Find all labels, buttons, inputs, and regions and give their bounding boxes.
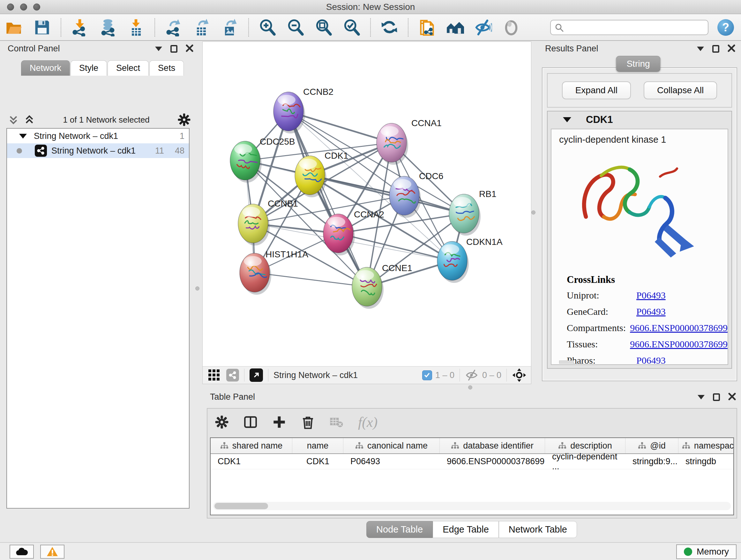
left-splitter-handle[interactable] — [195, 287, 199, 291]
network-edge-CCNB2-CCNE1[interactable] — [288, 111, 367, 287]
network-node-HIST1H1A[interactable]: HIST1H1A — [240, 249, 308, 295]
collapse-all-icon[interactable] — [8, 114, 19, 125]
table-tab-edge-table[interactable]: Edge Table — [433, 521, 499, 538]
zoom-fit-button[interactable] — [313, 17, 334, 38]
control-panel-tab-select[interactable]: Select — [108, 60, 149, 76]
horizontal-splitter-handle[interactable] — [468, 385, 472, 389]
show-columns-icon[interactable] — [243, 415, 258, 429]
table-tab-node-table[interactable]: Node Table — [366, 521, 433, 538]
gene-section-header[interactable]: CDK1 — [548, 111, 731, 128]
right-splitter-handle[interactable] — [531, 210, 536, 214]
crosslink-link[interactable]: 9606.ENSP00000378699 — [630, 339, 728, 350]
table-cell[interactable]: stringdb — [678, 454, 734, 469]
panel-float-icon[interactable] — [712, 45, 719, 53]
network-node-CDKN1A[interactable]: CDKN1A — [437, 237, 502, 283]
table-cell[interactable]: stringdb:9... — [625, 454, 678, 469]
search-input[interactable] — [550, 20, 709, 35]
export-table-button[interactable] — [191, 17, 212, 38]
zoom-in-button[interactable] — [257, 17, 278, 38]
column-header-databaseidentifier[interactable]: database identifier — [440, 438, 545, 453]
table-horizontal-scrollbar[interactable] — [213, 502, 731, 510]
table-cell[interactable]: CDK1 — [292, 454, 343, 469]
network-node-CDK1[interactable]: CDK1 — [295, 151, 348, 197]
detach-view-icon[interactable] — [250, 368, 263, 382]
column-header-name[interactable]: name — [292, 438, 343, 453]
memory-button[interactable]: Memory — [676, 544, 737, 559]
results-scrollbar-thumb[interactable] — [559, 361, 574, 364]
network-row-selected[interactable]: String Network – cdk1 11 48 — [7, 143, 189, 158]
column-header-namespace[interactable]: namespace — [678, 438, 734, 453]
hide-selected-button[interactable] — [473, 17, 494, 38]
network-options-gear-icon[interactable] — [178, 113, 191, 126]
add-column-icon[interactable] — [272, 415, 286, 429]
network-node-CCNB2[interactable]: CCNB2 — [273, 87, 333, 133]
table-row[interactable]: CDK1CDK1P064939606.ENSP00000378699cyclin… — [211, 454, 733, 469]
collapse-all-button[interactable]: Collapse All — [644, 81, 717, 99]
scrollbar-thumb[interactable] — [214, 503, 268, 509]
control-panel-tab-sets[interactable]: Sets — [149, 60, 184, 76]
import-network-from-database-button[interactable] — [97, 17, 118, 38]
panel-close-icon[interactable] — [728, 44, 735, 53]
save-session-button[interactable] — [31, 17, 53, 38]
zoom-out-button[interactable] — [285, 17, 306, 38]
table-cell[interactable]: cyclin-dependent ... — [545, 454, 625, 469]
delete-column-icon[interactable] — [300, 415, 315, 429]
panel-close-icon[interactable] — [186, 44, 193, 53]
control-panel-tab-style[interactable]: Style — [71, 60, 107, 76]
grid-view-icon[interactable] — [208, 369, 220, 381]
control-panel-tab-network[interactable]: Network — [21, 60, 70, 76]
expand-collapse-up-icon[interactable] — [23, 114, 35, 125]
collection-expanded-caret-icon[interactable] — [19, 134, 27, 138]
warnings-button[interactable] — [40, 545, 64, 559]
export-image-button[interactable] — [219, 17, 240, 38]
network-node-CCNA2[interactable]: CCNA2 — [323, 209, 384, 255]
panel-menu-icon[interactable] — [697, 47, 704, 51]
table-settings-gear-icon[interactable] — [214, 415, 229, 429]
import-table-button[interactable] — [125, 17, 146, 38]
network-canvas-svg[interactable]: CCNB2CCNA1CDC25BCDK1CDC6RB1CCNB1CCNA2CDK… — [203, 42, 531, 366]
show-graphics-button[interactable] — [501, 17, 522, 38]
import-network-button[interactable] — [69, 17, 90, 38]
network-node-CDC6[interactable]: CDC6 — [389, 171, 443, 218]
network-node-CCNA1[interactable]: CCNA1 — [377, 118, 442, 165]
table-cell[interactable]: 9606.ENSP00000378699 — [440, 454, 545, 469]
expand-all-button[interactable]: Expand All — [562, 81, 631, 99]
network-canvas[interactable]: CCNB2CCNA1CDC25BCDK1CDC6RB1CCNB1CCNA2CDK… — [203, 42, 531, 366]
refresh-button[interactable] — [379, 17, 400, 38]
column-header-sharedname[interactable]: shared name — [211, 438, 292, 453]
fit-selected-crosshair-icon[interactable] — [512, 368, 527, 382]
network-node-RB1[interactable]: RB1 — [449, 189, 496, 236]
network-from-document-button[interactable] — [416, 17, 437, 38]
results-tab-string[interactable]: String — [616, 56, 660, 72]
panel-close-icon[interactable] — [728, 393, 736, 401]
table-cell[interactable]: P06493 — [343, 454, 440, 469]
panel-menu-icon[interactable] — [697, 395, 704, 399]
zoom-selected-button[interactable] — [341, 17, 362, 38]
table-tab-network-table[interactable]: Network Table — [499, 521, 577, 538]
network-node-CCNE1[interactable]: CCNE1 — [352, 263, 412, 309]
crosslink-link[interactable]: P06493 — [636, 306, 666, 317]
network-edge-CDK1-RB1[interactable] — [310, 175, 464, 213]
export-network-button[interactable] — [163, 17, 184, 38]
selected-checkbox-icon[interactable] — [422, 370, 432, 380]
cloud-status-button[interactable] — [10, 545, 34, 559]
column-header-id[interactable]: @id — [625, 438, 678, 453]
column-header-canonicalname[interactable]: canonical name — [343, 438, 440, 453]
table-cell[interactable]: CDK1 — [211, 454, 292, 469]
network-node-CDC25B[interactable]: CDC25B — [230, 137, 295, 183]
crosslink-link[interactable]: 9606.ENSP00000378699 — [630, 322, 728, 333]
panel-menu-icon[interactable] — [155, 47, 162, 51]
panel-float-icon[interactable] — [171, 45, 178, 53]
network-edge-HIST1H1A-CCNE1[interactable] — [255, 273, 367, 287]
panel-float-icon[interactable] — [713, 393, 720, 401]
help-button[interactable]: ? — [718, 19, 734, 36]
crosslink-link[interactable]: P06493 — [636, 355, 666, 365]
network-node-CCNB1[interactable]: CCNB1 — [238, 199, 298, 246]
crosslink-link[interactable]: P06493 — [636, 290, 666, 301]
home-button[interactable] — [445, 17, 466, 38]
open-session-button[interactable] — [3, 17, 24, 38]
network-thumbnail-icon[interactable] — [226, 369, 239, 381]
network-collection-row[interactable]: String Network – cdk1 1 — [7, 129, 189, 143]
gene-expanded-caret-icon[interactable] — [563, 117, 571, 122]
column-header-description[interactable]: description — [545, 438, 625, 453]
